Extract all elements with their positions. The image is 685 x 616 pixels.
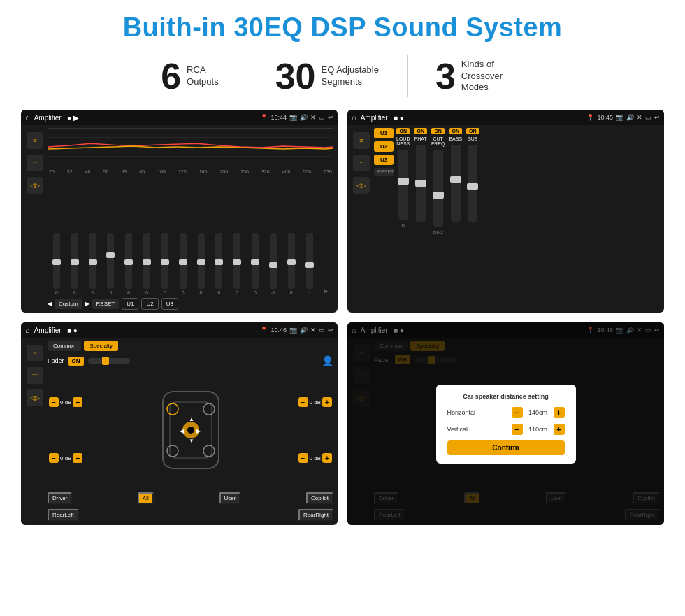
fader-sidebar-btn-3[interactable]: ◁▷ — [27, 389, 43, 406]
eq-screen-content: ≡ 〰 ◁▷ — [21, 125, 338, 313]
custom-btn[interactable]: Custom — [55, 299, 82, 309]
channel-label-cutfreq: CUTFREQ — [431, 136, 445, 146]
screenshot-amp: ⌂ Amplifier ■ ● 📍 10:45 📷 🔊 ✕ ▭ ↩ ≡ 〰 — [347, 110, 664, 313]
amp-sidebar-btn-1[interactable]: ≡ — [353, 132, 370, 149]
svg-text:▶: ▶ — [196, 428, 201, 434]
eq-slider-5: 0 — [143, 233, 150, 295]
channel-label-loudness: LOUDNESS — [396, 136, 410, 146]
right-vol-top: − 0 dB + — [298, 397, 332, 407]
btn-driver[interactable]: Driver — [48, 492, 72, 504]
svg-point-14 — [203, 445, 215, 457]
left-top-minus[interactable]: − — [49, 397, 59, 407]
u3-btn-eq[interactable]: U3 — [161, 298, 178, 310]
btn-rearright[interactable]: RearRight — [298, 509, 333, 521]
eq-slider-13: 0 — [288, 233, 295, 295]
u2-btn-eq[interactable]: U2 — [141, 298, 158, 310]
app-title-1: Amplifier ● ▶ — [34, 114, 257, 122]
dialog-horizontal-ctrl: − 140cm + — [512, 407, 565, 418]
reset-btn-eq[interactable]: RESET — [92, 299, 120, 309]
status-icons-3: 📍 10:46 📷 🔊 ✕ ▭ ↩ — [260, 327, 333, 334]
preset-u1[interactable]: U1 — [374, 128, 394, 138]
channel-sub: ON SUB — [466, 128, 480, 310]
fader-sidebar-btn-1[interactable]: ≡ — [27, 345, 43, 361]
screenshot-fader: ⌂ Amplifier ■ ● 📍 10:46 📷 🔊 ✕ ▭ ↩ ≡ 〰 — [21, 322, 338, 525]
stat-rca-number: 6 — [161, 58, 181, 94]
amp-screen-content: ≡ 〰 ◁▷ U1 U2 U3 RESET ON LOUDNESS — [347, 125, 664, 313]
dialog-box: Car speaker distance setting Horizontal … — [436, 385, 576, 464]
app-title-2: Amplifier ■ ● — [361, 114, 583, 122]
dialog-horizontal-plus[interactable]: + — [554, 407, 565, 418]
dialog-vertical-value: 110cm — [526, 426, 551, 433]
channel-slider-sub[interactable] — [468, 145, 477, 222]
page-container: Buith-in 30EQ DSP Sound System 6 RCAOutp… — [0, 0, 685, 616]
btn-copilot[interactable]: Copilot — [306, 492, 333, 504]
dialog-vertical-plus[interactable]: + — [554, 424, 565, 435]
status-bar-3: ⌂ Amplifier ■ ● 📍 10:46 📷 🔊 ✕ ▭ ↩ — [21, 322, 338, 338]
channel-slider-loudness[interactable] — [398, 150, 408, 220]
eq-sidebar-btn-3[interactable]: ◁▷ — [27, 177, 43, 194]
time-3: 10:46 — [271, 327, 287, 334]
channel-bass: ON BASS — [449, 128, 462, 310]
channel-slider-bass[interactable] — [451, 145, 461, 222]
channel-controls: ON LOUDNESS 0 ON PHAT — [396, 128, 660, 310]
fader-on-btn[interactable]: ON — [68, 357, 84, 366]
left-vol-top: − 0 dB + — [49, 397, 82, 407]
channel-loudness: ON LOUDNESS 0 — [396, 128, 410, 310]
left-volumes: − 0 dB + − 0 dB + — [48, 371, 84, 489]
eq-expand-btn[interactable]: » — [324, 287, 328, 295]
eq-slider-2: 0 — [89, 233, 96, 295]
eq-slider-12: -1 — [270, 233, 277, 295]
dialog-horizontal-label: Horizontal — [447, 409, 476, 416]
stat-eq-label: EQ AdjustableSegments — [321, 64, 378, 88]
fader-sidebar-btn-2[interactable]: 〰 — [27, 367, 43, 384]
right-top-plus[interactable]: + — [322, 397, 332, 407]
preset-u3[interactable]: U3 — [374, 155, 394, 165]
stat-crossover-label: Kinds ofCrossover Modes — [461, 59, 524, 94]
left-bot-plus[interactable]: + — [73, 453, 82, 463]
eq-slider-14: -1 — [306, 233, 313, 295]
page-title: Buith-in 30EQ DSP Sound System — [21, 13, 664, 43]
eq-slider-6: 0 — [161, 233, 168, 295]
svg-point-6 — [187, 427, 194, 434]
eq-sidebar-btn-1[interactable]: ≡ — [27, 132, 43, 149]
fader-h-slider[interactable] — [88, 358, 130, 364]
tab-specialty[interactable]: Specialty — [84, 341, 117, 351]
amp-sidebar: ≡ 〰 ◁▷ — [352, 128, 371, 310]
preset-u2[interactable]: U2 — [374, 141, 394, 152]
right-bot-plus[interactable]: + — [322, 453, 332, 463]
car-layout: ▲ ▼ ◀ ▶ — [84, 371, 296, 489]
on-badge-phat: ON — [414, 128, 427, 134]
channel-label-sub: SUB — [468, 136, 477, 141]
eq-sidebar-btn-2[interactable]: 〰 — [27, 155, 43, 171]
dialog-horizontal-minus[interactable]: − — [512, 407, 523, 418]
left-top-plus[interactable]: + — [73, 397, 82, 407]
u1-btn-eq[interactable]: U1 — [122, 298, 138, 310]
amp-sidebar-btn-2[interactable]: 〰 — [353, 155, 370, 171]
app-title-3: Amplifier ■ ● — [34, 327, 257, 334]
svg-point-13 — [167, 445, 178, 457]
fader-main: Common Specialty Fader ON 👤 — [48, 341, 333, 522]
channel-slider-phat[interactable] — [416, 145, 426, 222]
right-bot-minus[interactable]: − — [298, 453, 308, 463]
channel-cutfreq: ON CUTFREQ 60Hz — [431, 128, 445, 310]
on-badge-bass: ON — [449, 128, 463, 134]
confirm-button[interactable]: Confirm — [447, 440, 565, 455]
stat-rca: 6 RCAOutputs — [133, 58, 246, 94]
dialog-vertical-minus[interactable]: − — [512, 424, 523, 435]
eq-slider-0: 0 — [53, 233, 60, 295]
right-top-minus[interactable]: − — [298, 397, 308, 407]
left-bot-minus[interactable]: − — [49, 453, 59, 463]
btn-all[interactable]: All — [138, 492, 154, 504]
btn-rearleft[interactable]: RearLeft — [48, 509, 79, 521]
dialog-horizontal-value: 140cm — [526, 409, 551, 416]
tab-common[interactable]: Common — [48, 341, 81, 351]
bottom-buttons-row2: RearLeft RearRight — [48, 508, 333, 522]
amp-sidebar-btn-3[interactable]: ◁▷ — [353, 177, 370, 194]
dialog-vertical-ctrl: − 110cm + — [512, 424, 565, 435]
fader-screen-content: ≡ 〰 ◁▷ Common Specialty Fader ON — [21, 338, 338, 525]
eq-slider-1: 0 — [71, 233, 78, 295]
reset-btn-amp[interactable]: RESET — [374, 168, 394, 176]
btn-user[interactable]: User — [219, 492, 241, 504]
eq-sliders: 0 0 0 5 — [48, 176, 333, 295]
channel-slider-cutfreq[interactable] — [433, 150, 443, 227]
